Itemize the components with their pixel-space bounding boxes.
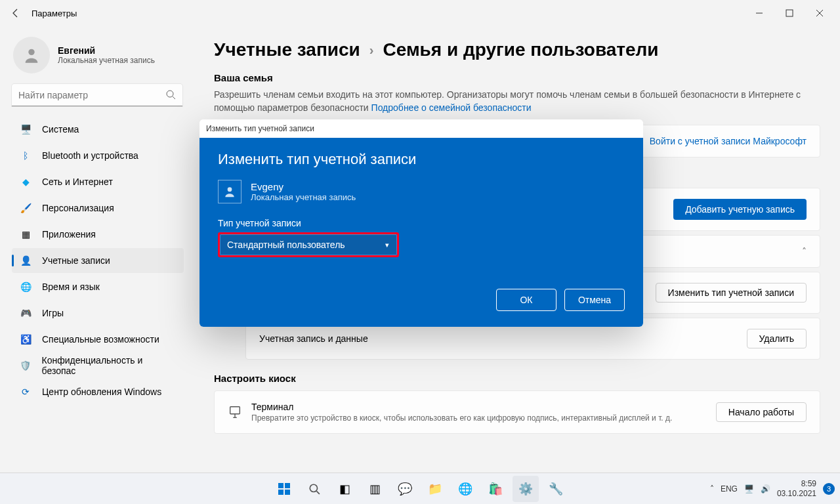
titlebar: Параметры: [0, 0, 840, 26]
update-icon: ⟳: [20, 386, 32, 398]
dialog-user: Evgeny Локальная учетная запись: [218, 180, 625, 203]
account-data-label: Учетная запись и данные: [259, 333, 368, 344]
tray-chevron-icon[interactable]: ˄: [710, 484, 714, 494]
kiosk-start-button[interactable]: Начало работы: [716, 402, 807, 422]
ok-button[interactable]: ОК: [496, 289, 556, 311]
shield-icon: 🛡️: [20, 360, 32, 371]
taskbar: ◧ ▥ 💬 📁 🌐 🛍️ ⚙️ 🔧 ˄ ENG 🖥️ 🔊 8:59 03.10.…: [0, 472, 840, 504]
nav-label: Учетные записи: [42, 255, 110, 266]
window-title: Параметры: [32, 9, 77, 18]
close-button[interactable]: [805, 3, 835, 24]
nav-games[interactable]: 🎮Игры: [12, 301, 184, 326]
cancel-button[interactable]: Отмена: [564, 289, 625, 311]
nav-label: Центр обновления Windows: [42, 387, 161, 397]
edge-icon[interactable]: 🌐: [452, 476, 478, 502]
accessibility-icon: ♿: [20, 333, 32, 345]
nav-accessibility[interactable]: ♿Специальные возможности: [12, 327, 184, 352]
account-type-select[interactable]: Стандартный пользователь: [220, 234, 397, 255]
nav-label: Сеть и Интернет: [42, 177, 113, 187]
nav-bluetooth[interactable]: ᛒBluetooth и устройства: [12, 143, 184, 168]
apps-icon: ▦: [20, 228, 32, 240]
nav-label: Конфиденциальность и безопас: [42, 355, 176, 376]
nav-apps[interactable]: ▦Приложения: [12, 222, 184, 247]
start-button[interactable]: [271, 476, 297, 502]
svg-rect-13: [278, 490, 284, 495]
clock-date: 03.10.2021: [777, 489, 816, 498]
time-icon: 🌐: [20, 281, 32, 293]
sound-tray-icon[interactable]: 🔊: [761, 484, 770, 494]
delete-button[interactable]: Удалить: [747, 329, 807, 348]
change-type-button[interactable]: Изменить тип учетной записи: [656, 283, 807, 303]
svg-point-15: [310, 484, 317, 492]
nav-time[interactable]: 🌐Время и язык: [12, 274, 184, 299]
nav-network[interactable]: ◆Сеть и Интернет: [12, 169, 184, 194]
dialog-heading: Изменить тип учетной записи: [218, 151, 625, 168]
svg-point-4: [28, 49, 34, 55]
settings-icon[interactable]: ⚙️: [513, 476, 539, 502]
nav-label: Персонализация: [42, 203, 114, 213]
chevron-right-icon: ›: [369, 43, 374, 58]
notification-badge[interactable]: 3: [823, 483, 835, 495]
family-title: Ваша семья: [214, 72, 820, 83]
svg-rect-7: [230, 407, 240, 414]
kiosk-terminal-desc: Превратите это устройство в киоск, чтобы…: [251, 413, 672, 423]
breadcrumb: Учетные записи › Семья и другие пользова…: [214, 39, 820, 60]
minimize-button[interactable]: [744, 3, 774, 24]
clock[interactable]: 8:59 03.10.2021: [777, 479, 816, 498]
search-input[interactable]: [12, 84, 182, 106]
highlight-box: Стандартный пользователь ▾: [218, 232, 399, 257]
dialog-user-name: Evgeny: [251, 181, 356, 192]
svg-rect-11: [278, 483, 284, 488]
nav-accounts[interactable]: 👤Учетные записи: [12, 248, 184, 273]
maximize-button[interactable]: [774, 3, 805, 24]
profile-name: Евгений: [58, 45, 155, 56]
nav-update[interactable]: ⟳Центр обновления Windows: [12, 379, 184, 404]
games-icon: 🎮: [20, 307, 32, 319]
search-box: [12, 84, 182, 106]
accounts-icon: 👤: [20, 255, 32, 266]
store-icon[interactable]: 🛍️: [482, 476, 509, 502]
signin-link[interactable]: Войти с учетной записи Майкрософт: [650, 136, 807, 146]
brush-icon: 🖌️: [20, 202, 32, 214]
svg-point-10: [228, 187, 232, 192]
bluetooth-icon: ᛒ: [20, 150, 32, 161]
add-account-button[interactable]: Добавить учетную запись: [673, 199, 807, 220]
nav-system[interactable]: 🖥️Система: [12, 117, 184, 142]
explorer-icon[interactable]: 📁: [422, 476, 448, 502]
task-view-icon[interactable]: ◧: [331, 476, 358, 502]
lang-indicator[interactable]: ENG: [721, 484, 738, 494]
dialog-avatar-icon: [218, 180, 242, 203]
nav-label: Время и язык: [42, 282, 100, 292]
search-icon: [165, 89, 176, 102]
svg-rect-14: [285, 490, 290, 495]
widgets-icon[interactable]: ▥: [362, 476, 388, 502]
kiosk-terminal-label: Терминал: [251, 402, 672, 412]
nav-privacy[interactable]: 🛡️Конфиденциальность и безопас: [12, 353, 184, 378]
back-button[interactable]: [5, 3, 26, 24]
nav-list: 🖥️Система ᛒBluetooth и устройства ◆Сеть …: [12, 117, 184, 404]
dialog-user-sub: Локальная учетная запись: [251, 192, 356, 202]
svg-rect-12: [285, 483, 290, 488]
app-icon[interactable]: 🔧: [543, 476, 569, 502]
sidebar: Евгений Локальная учетная запись 🖥️Систе…: [0, 26, 190, 472]
kiosk-card: Терминал Превратите это устройство в кио…: [214, 390, 820, 434]
chat-icon[interactable]: 💬: [392, 476, 418, 502]
svg-line-16: [316, 491, 320, 494]
nav-label: Приложения: [42, 229, 96, 240]
nav-personalization[interactable]: 🖌️Персонализация: [12, 196, 184, 220]
breadcrumb-root[interactable]: Учетные записи: [214, 39, 360, 60]
chevron-up-icon: ˄: [802, 246, 807, 257]
terminal-icon: [228, 405, 242, 419]
profile-block[interactable]: Евгений Локальная учетная запись: [12, 37, 190, 74]
taskbar-search-icon[interactable]: [301, 476, 327, 502]
change-account-type-dialog: Изменить тип учетной записи Изменить тип…: [200, 119, 643, 327]
system-icon: 🖥️: [20, 123, 32, 135]
svg-line-6: [173, 96, 175, 99]
family-link[interactable]: Подробнее о семейной безопасности: [371, 102, 532, 113]
avatar: [13, 37, 50, 74]
family-desc: Разрешить членам семьи входить на этот к…: [214, 89, 820, 114]
nav-label: Специальные возможности: [42, 334, 159, 345]
network-tray-icon[interactable]: 🖥️: [744, 484, 754, 494]
kiosk-title: Настроить киоск: [214, 373, 820, 384]
profile-sub: Локальная учетная запись: [58, 56, 155, 65]
